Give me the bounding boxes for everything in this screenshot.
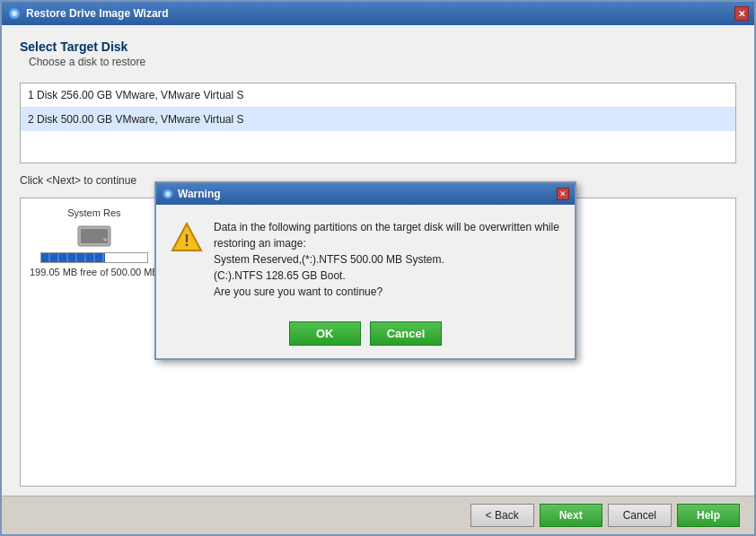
warning-buttons: OK Cancel [156, 314, 575, 358]
warning-msg-3: System Reserved,(*:).NTFS 500.00 MB Syst… [214, 253, 444, 266]
warning-dialog: Warning ✕ ! Data in the following partit… [154, 181, 576, 360]
warning-title-text: Warning [178, 188, 221, 200]
warning-msg-4: (C:).NTFS 128.65 GB Boot. [214, 269, 346, 282]
warning-triangle-icon: ! [171, 221, 203, 253]
warning-body: ! Data in the following partitions on th… [156, 205, 575, 314]
warning-overlay: Warning ✕ ! Data in the following partit… [2, 2, 754, 534]
svg-point-9 [165, 191, 170, 196]
warning-ok-button[interactable]: OK [289, 321, 361, 346]
main-window: Restore Drive Image Wizard ✕ Select Targ… [0, 0, 756, 536]
warning-app-icon [162, 188, 174, 200]
warning-msg-2: restoring an image: [214, 237, 306, 250]
warning-msg-1: Data in the following partitions on the … [214, 221, 559, 233]
warning-icon-area: ! [171, 221, 203, 256]
warning-msg-5: Are you sure you want to continue? [214, 286, 382, 298]
svg-text:!: ! [184, 232, 189, 250]
warning-title-bar: Warning ✕ [156, 183, 575, 205]
warning-cancel-button[interactable]: Cancel [370, 321, 443, 346]
warning-text-area: Data in the following partitions on the … [214, 219, 560, 300]
warning-close-button[interactable]: ✕ [557, 188, 569, 200]
